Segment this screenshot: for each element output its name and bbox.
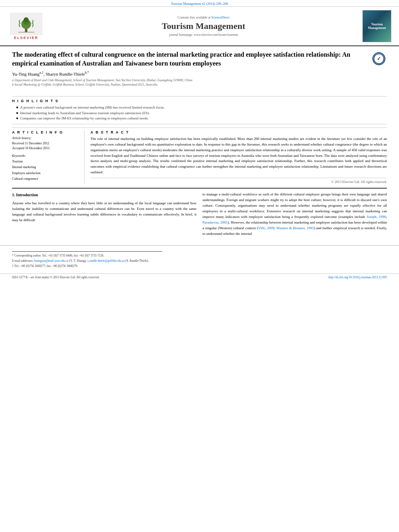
affiliations: a Department of Hotel and Club Managemen…: [12, 78, 371, 87]
journal-header-center: Contents lists available at ScienceDirec…: [48, 10, 359, 42]
body-col-left: 1. Introduction Anyone who has travelled…: [12, 192, 197, 239]
email-label: E-mail addresses:: [12, 259, 33, 263]
email1-attribution: (Y.-T. Huang),: [69, 259, 86, 263]
contents-available-text: Contents lists available at: [178, 16, 211, 19]
footer-rule: [12, 251, 162, 252]
info-abstract-section: A R T I C L E I N F O Article history: R…: [12, 127, 387, 184]
body-para-2: to manage a multi-cultural workforce as …: [203, 192, 387, 237]
body-col-right: to manage a multi-cultural workforce as …: [203, 192, 387, 239]
journal-cover-section: Tourism Management: [359, 10, 395, 42]
abstract-text: The role of internal marketing on buildi…: [90, 136, 387, 176]
ref-joseph[interactable]: Joseph, 1996: [366, 215, 386, 219]
journal-reference-bar: Tourism Management 42 (2014) 196–206: [0, 0, 399, 7]
journal-homepage: journal homepage: www.elsevier.com/locat…: [169, 33, 238, 37]
accepted-date: Accepted 10 December 2013: [12, 146, 80, 151]
article-info-column: A R T I C L E I N F O Article history: R…: [12, 130, 84, 184]
email2-attribution: (S. Rundle-Thiele).: [125, 259, 149, 263]
crossmark-badge[interactable]: ✓: [371, 50, 387, 66]
author1-sup: a,1: [39, 71, 43, 74]
section1-heading: 1. Introduction: [12, 192, 197, 198]
crossmark-icon: ✓: [372, 52, 385, 65]
highlights-section: H I G H L I G H T S A person's own cultu…: [12, 96, 387, 124]
abstract-header: A B S T R A C T: [90, 130, 387, 134]
keywords-header: Keywords:: [12, 154, 80, 158]
footer-bottom: 0261-5177/$ – see front matter © 2013 El…: [0, 273, 399, 281]
author2-name: Sharyn Rundle-Thiele: [45, 72, 84, 76]
journal-title: Tourism Management: [162, 21, 245, 31]
highlights-header: H I G H L I G H T S: [12, 99, 387, 103]
authors-line: Yu-Ting Huanga,1, Sharyn Rundle-Thieleb,…: [12, 71, 371, 76]
svg-text:✓: ✓: [377, 56, 381, 62]
email2-link[interactable]: s.rundle-thiele@griffith.edu.au: [87, 259, 125, 263]
sciencedirect-link[interactable]: ScienceDirect: [212, 16, 230, 19]
keyword-1: Tourism: [12, 159, 80, 164]
svg-point-4: [24, 17, 29, 22]
elsevier-logo-section: ELSEVIER: [4, 10, 48, 42]
body-content: 1. Introduction Anyone who has travelled…: [12, 188, 387, 239]
highlight-item-2: Internal marketing leads to Australian a…: [16, 111, 387, 116]
elsevier-label: ELSEVIER: [14, 36, 39, 40]
article-info-header: A R T I C L E I N F O: [12, 130, 80, 134]
affiliation-b: b Social Marketing @ Griffith, Griffith …: [12, 82, 371, 87]
corresponding-note-text: * Corresponding author. Tel.: +61 (0)7 3…: [12, 254, 104, 257]
corresponding-author-note: * Corresponding author. Tel.: +61 (0)7 3…: [12, 253, 387, 258]
doi-link[interactable]: http://dx.doi.org/10.1016/j.tourman.2013…: [329, 275, 387, 279]
received-date: Received 11 December 2012: [12, 141, 80, 146]
keyword-4: Cultural congruence: [12, 176, 80, 182]
keywords-list: Tourism Internal marketing Employee sati…: [12, 159, 80, 182]
article-history-label: Article history:: [12, 136, 80, 140]
author1-name: Yu-Ting Huang: [12, 72, 39, 76]
footnote1: 1 Tel.: +86 (0)756 3668277; fax: +86 (0)…: [12, 264, 387, 268]
homepage-text: journal homepage: www.elsevier.com/locat…: [169, 33, 238, 37]
highlight-item-3: Companies can improve the IM-ES relation…: [16, 116, 387, 121]
issn-text: 0261-5177/$ – see front matter © 2013 El…: [12, 275, 99, 279]
keyword-2: Internal marketing: [12, 164, 80, 170]
article-dates: Received 11 December 2012 Accepted 10 De…: [12, 141, 80, 151]
affiliation-a: a Department of Hotel and Club Managemen…: [12, 78, 371, 82]
email-note: E-mail addresses: huangyut@mail.sysu.edu…: [12, 259, 387, 263]
journal-cover-image: Tourism Management: [362, 10, 391, 42]
highlights-list: A person's own cultural background on in…: [12, 105, 387, 121]
article-title-section: The moderating effect of cultural congru…: [12, 50, 387, 92]
elsevier-logo: ELSEVIER: [10, 13, 42, 40]
ref-paraskevas[interactable]: Paraskevas, 2001: [203, 220, 228, 224]
ref-wasmer[interactable]: Wasmer & Brunner, 1991: [276, 226, 314, 230]
body-para-1: Anyone who has travelled to a country wh…: [12, 201, 197, 223]
article-title-text: The moderating effect of cultural congru…: [12, 50, 371, 90]
abstract-column: A B S T R A C T The role of internal mar…: [90, 130, 387, 184]
keyword-3: Employee satisfaction: [12, 170, 80, 176]
footer-section: * Corresponding author. Tel.: +61 (0)7 3…: [0, 245, 399, 272]
elsevier-logo-svg: [10, 13, 42, 35]
ref-ville[interactable]: Ville, 2009: [258, 226, 274, 230]
journal-header: ELSEVIER Contents lists available at Sci…: [0, 7, 399, 46]
copyright-line: © 2013 Elsevier Ltd. All rights reserved…: [90, 178, 387, 184]
page-wrapper: Tourism Management 42 (2014) 196–206: [0, 0, 399, 532]
sciencedirect-line: Contents lists available at ScienceDirec…: [178, 16, 230, 19]
email1-link[interactable]: huangyut@mail.sysu.edu.cn: [34, 259, 68, 263]
journal-ref-text: Tourism Management 42 (2014) 196–206: [171, 2, 228, 6]
cover-title: Tourism Management: [368, 23, 386, 30]
highlight-item-1: A person's own cultural background on in…: [16, 105, 387, 111]
article-content: The moderating effect of cultural congru…: [0, 46, 399, 243]
article-main-title: The moderating effect of cultural congru…: [12, 50, 371, 68]
author2-sup: b,*: [85, 71, 89, 74]
